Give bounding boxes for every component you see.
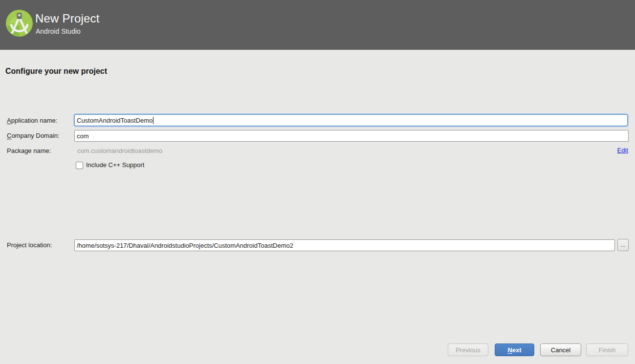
package-name-label: Package name:	[7, 147, 51, 154]
package-name-value: com.customandroidtoastdemo	[77, 147, 162, 154]
wizard-subtitle: Android Studio	[36, 27, 81, 35]
project-location-label: Project location:	[7, 241, 52, 249]
project-location-input[interactable]: /home/sotsys-217/Dhaval/AndroidstudioPro…	[74, 239, 615, 251]
company-domain-input[interactable]: com	[74, 130, 629, 142]
text-caret	[153, 117, 153, 124]
include-cpp-checkbox[interactable]	[76, 162, 83, 169]
project-location-value: /home/sotsys-217/Dhaval/AndroidstudioPro…	[77, 242, 293, 249]
company-domain-label: Company Domain:	[7, 132, 60, 139]
new-project-wizard: New Project Android Studio Configure you…	[0, 0, 635, 364]
application-name-value: CustomAndroidToastDemo	[77, 117, 153, 124]
edit-package-link[interactable]: Edit	[617, 147, 628, 154]
application-name-input[interactable]: CustomAndroidToastDemo	[74, 114, 628, 126]
previous-button: Previous	[448, 343, 488, 356]
company-domain-value: com	[77, 132, 89, 140]
wizard-title: New Project	[35, 12, 100, 25]
page-title: Configure your new project	[5, 67, 107, 76]
browse-button[interactable]: ...	[617, 239, 629, 251]
application-name-label: Application name:	[7, 117, 57, 124]
include-cpp-label[interactable]: Include C++ Support	[86, 161, 144, 169]
cancel-button[interactable]: Cancel	[540, 343, 581, 356]
next-button[interactable]: Next	[495, 343, 534, 356]
finish-button: Finish	[586, 343, 628, 356]
android-studio-logo-icon	[6, 10, 33, 37]
wizard-header: New Project Android Studio	[0, 0, 635, 50]
